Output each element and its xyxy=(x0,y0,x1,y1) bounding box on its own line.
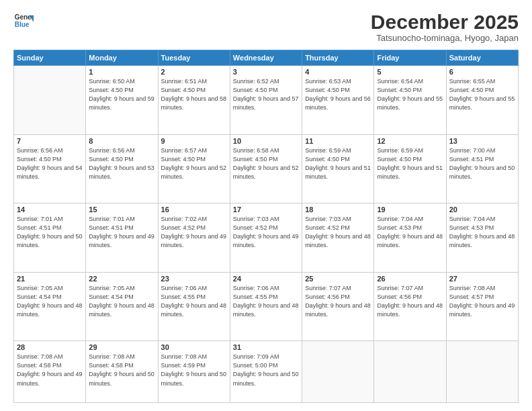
day-number: 14 xyxy=(17,205,83,214)
day-cell: 6Sunrise: 6:55 AMSunset: 4:50 PMDaylight… xyxy=(446,66,518,135)
day-info: Sunrise: 7:08 AMSunset: 4:59 PMDaylight:… xyxy=(161,353,227,387)
day-info: Sunrise: 7:04 AMSunset: 4:53 PMDaylight:… xyxy=(377,215,443,250)
day-cell: 31Sunrise: 7:09 AMSunset: 5:00 PMDayligh… xyxy=(230,341,302,403)
logo: General Blue xyxy=(13,11,34,31)
day-cell: 25Sunrise: 7:07 AMSunset: 4:56 PMDayligh… xyxy=(302,272,374,341)
day-cell: 11Sunrise: 6:59 AMSunset: 4:50 PMDayligh… xyxy=(302,134,374,203)
day-cell: 1Sunrise: 6:50 AMSunset: 4:50 PMDaylight… xyxy=(86,66,158,135)
weekday-header-wednesday: Wednesday xyxy=(230,50,302,66)
day-info: Sunrise: 7:05 AMSunset: 4:54 PMDaylight:… xyxy=(17,284,83,319)
day-number: 18 xyxy=(305,205,371,214)
day-cell: 30Sunrise: 7:08 AMSunset: 4:59 PMDayligh… xyxy=(158,341,230,403)
day-info: Sunrise: 6:50 AMSunset: 4:50 PMDaylight:… xyxy=(89,77,154,112)
day-cell: 10Sunrise: 6:58 AMSunset: 4:50 PMDayligh… xyxy=(230,134,302,203)
day-info: Sunrise: 6:56 AMSunset: 4:50 PMDaylight:… xyxy=(17,146,83,181)
day-number: 29 xyxy=(89,343,154,351)
day-number: 24 xyxy=(233,275,299,283)
day-number: 7 xyxy=(17,137,83,145)
day-number: 5 xyxy=(377,68,443,76)
day-cell: 28Sunrise: 7:08 AMSunset: 4:58 PMDayligh… xyxy=(14,341,86,403)
day-number: 3 xyxy=(233,68,299,76)
day-info: Sunrise: 7:09 AMSunset: 5:00 PMDaylight:… xyxy=(233,353,299,387)
weekday-header-monday: Monday xyxy=(86,50,158,66)
logo-icon: General Blue xyxy=(13,11,34,31)
day-number: 4 xyxy=(305,68,371,76)
location: Tatsunocho-tominaga, Hyogo, Japan xyxy=(371,33,519,43)
week-row-1: 1Sunrise: 6:50 AMSunset: 4:50 PMDaylight… xyxy=(14,66,519,135)
day-info: Sunrise: 6:59 AMSunset: 4:50 PMDaylight:… xyxy=(305,146,371,181)
day-cell: 26Sunrise: 7:07 AMSunset: 4:56 PMDayligh… xyxy=(374,272,446,341)
day-info: Sunrise: 7:08 AMSunset: 4:57 PMDaylight:… xyxy=(449,284,515,319)
day-number: 11 xyxy=(305,137,371,145)
day-number: 1 xyxy=(89,68,154,76)
day-number: 13 xyxy=(449,137,515,145)
header: General Blue December 2025 Tatsunocho-to… xyxy=(13,11,519,43)
day-number: 12 xyxy=(377,137,443,145)
day-cell: 8Sunrise: 6:56 AMSunset: 4:50 PMDaylight… xyxy=(86,134,158,203)
day-info: Sunrise: 6:51 AMSunset: 4:50 PMDaylight:… xyxy=(161,77,227,112)
day-cell: 15Sunrise: 7:01 AMSunset: 4:51 PMDayligh… xyxy=(86,203,158,273)
week-row-3: 14Sunrise: 7:01 AMSunset: 4:51 PMDayligh… xyxy=(14,203,519,273)
day-number: 8 xyxy=(89,137,154,145)
title-block: December 2025 Tatsunocho-tominaga, Hyogo… xyxy=(371,11,519,43)
day-number: 27 xyxy=(449,275,515,283)
day-cell: 18Sunrise: 7:03 AMSunset: 4:52 PMDayligh… xyxy=(302,203,374,273)
day-cell xyxy=(374,341,446,403)
svg-text:Blue: Blue xyxy=(15,21,30,28)
day-info: Sunrise: 7:04 AMSunset: 4:53 PMDaylight:… xyxy=(449,215,515,250)
day-info: Sunrise: 7:03 AMSunset: 4:52 PMDaylight:… xyxy=(305,215,371,250)
day-number: 20 xyxy=(449,205,515,214)
day-number: 6 xyxy=(449,68,515,76)
day-info: Sunrise: 7:01 AMSunset: 4:51 PMDaylight:… xyxy=(17,215,83,250)
day-number: 28 xyxy=(17,343,83,351)
day-cell: 29Sunrise: 7:08 AMSunset: 4:58 PMDayligh… xyxy=(86,341,158,403)
day-info: Sunrise: 6:54 AMSunset: 4:50 PMDaylight:… xyxy=(377,77,443,112)
day-number: 21 xyxy=(17,275,83,283)
day-info: Sunrise: 7:06 AMSunset: 4:55 PMDaylight:… xyxy=(233,284,299,319)
day-number: 19 xyxy=(377,205,443,214)
month-title: December 2025 xyxy=(371,11,519,33)
day-cell: 7Sunrise: 6:56 AMSunset: 4:50 PMDaylight… xyxy=(14,134,86,203)
week-row-5: 28Sunrise: 7:08 AMSunset: 4:58 PMDayligh… xyxy=(14,341,519,403)
day-info: Sunrise: 6:52 AMSunset: 4:50 PMDaylight:… xyxy=(233,77,299,112)
day-cell: 14Sunrise: 7:01 AMSunset: 4:51 PMDayligh… xyxy=(14,203,86,273)
day-info: Sunrise: 7:01 AMSunset: 4:51 PMDaylight:… xyxy=(89,215,154,250)
day-info: Sunrise: 7:08 AMSunset: 4:58 PMDaylight:… xyxy=(89,353,154,387)
day-cell: 3Sunrise: 6:52 AMSunset: 4:50 PMDaylight… xyxy=(230,66,302,135)
day-cell: 17Sunrise: 7:03 AMSunset: 4:52 PMDayligh… xyxy=(230,203,302,273)
day-number: 31 xyxy=(233,343,299,351)
day-cell: 13Sunrise: 7:00 AMSunset: 4:51 PMDayligh… xyxy=(446,134,518,203)
day-number: 23 xyxy=(161,275,227,283)
day-number: 2 xyxy=(161,68,227,76)
day-cell: 12Sunrise: 6:59 AMSunset: 4:50 PMDayligh… xyxy=(374,134,446,203)
day-number: 10 xyxy=(233,137,299,145)
day-info: Sunrise: 7:03 AMSunset: 4:52 PMDaylight:… xyxy=(233,215,299,250)
weekday-header-tuesday: Tuesday xyxy=(158,50,230,66)
day-cell: 21Sunrise: 7:05 AMSunset: 4:54 PMDayligh… xyxy=(14,272,86,341)
day-number: 22 xyxy=(89,275,154,283)
calendar-table: SundayMondayTuesdayWednesdayThursdayFrid… xyxy=(13,50,519,403)
week-row-4: 21Sunrise: 7:05 AMSunset: 4:54 PMDayligh… xyxy=(14,272,519,341)
day-number: 15 xyxy=(89,205,154,214)
day-info: Sunrise: 6:55 AMSunset: 4:50 PMDaylight:… xyxy=(449,77,515,112)
day-number: 26 xyxy=(377,275,443,283)
day-cell xyxy=(302,341,374,403)
day-info: Sunrise: 6:56 AMSunset: 4:50 PMDaylight:… xyxy=(89,146,154,181)
weekday-header-thursday: Thursday xyxy=(302,50,374,66)
day-info: Sunrise: 7:06 AMSunset: 4:55 PMDaylight:… xyxy=(161,284,227,319)
day-info: Sunrise: 6:57 AMSunset: 4:50 PMDaylight:… xyxy=(161,146,227,181)
day-info: Sunrise: 7:07 AMSunset: 4:56 PMDaylight:… xyxy=(305,284,371,319)
day-cell: 20Sunrise: 7:04 AMSunset: 4:53 PMDayligh… xyxy=(446,203,518,273)
day-cell xyxy=(14,66,86,135)
day-number: 25 xyxy=(305,275,371,283)
day-cell: 5Sunrise: 6:54 AMSunset: 4:50 PMDaylight… xyxy=(374,66,446,135)
day-cell: 24Sunrise: 7:06 AMSunset: 4:55 PMDayligh… xyxy=(230,272,302,341)
day-cell xyxy=(446,341,518,403)
day-info: Sunrise: 7:08 AMSunset: 4:58 PMDaylight:… xyxy=(17,353,83,387)
weekday-header-friday: Friday xyxy=(374,50,446,66)
day-info: Sunrise: 7:02 AMSunset: 4:52 PMDaylight:… xyxy=(161,215,227,250)
weekday-header-saturday: Saturday xyxy=(446,50,518,66)
day-cell: 27Sunrise: 7:08 AMSunset: 4:57 PMDayligh… xyxy=(446,272,518,341)
day-info: Sunrise: 6:53 AMSunset: 4:50 PMDaylight:… xyxy=(305,77,371,112)
day-cell: 23Sunrise: 7:06 AMSunset: 4:55 PMDayligh… xyxy=(158,272,230,341)
